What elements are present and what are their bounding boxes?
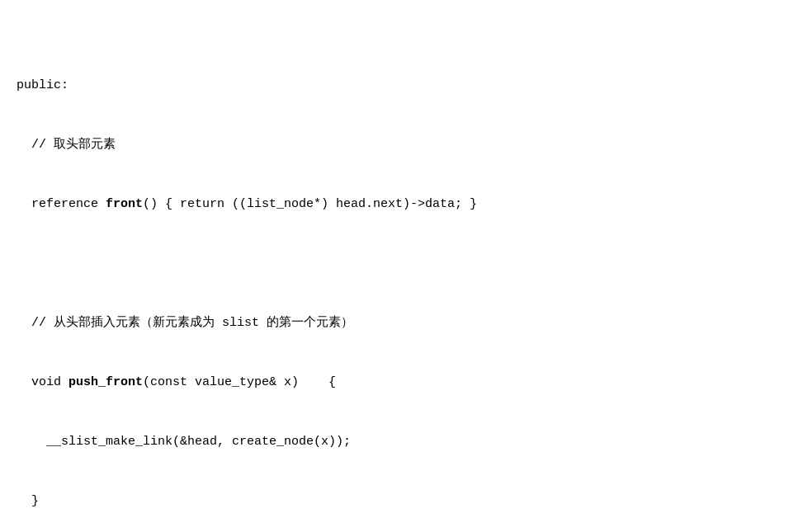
code-display: public: // 取头部元素 reference front() { ret… <box>17 16 791 532</box>
line-3: reference front() { return ((list_node*)… <box>17 195 791 214</box>
line-8: } <box>17 492 791 511</box>
line-4 <box>17 254 791 274</box>
line-1: public: <box>17 76 791 96</box>
line-5: // 从头部插入元素（新元素成为 slist 的第一个元素） <box>17 313 791 333</box>
line-6: void push_front(const value_type& x) { <box>17 373 791 393</box>
line-7: __slist_make_link(&head, create_node(x))… <box>17 432 791 452</box>
line-2: // 取头部元素 <box>17 135 791 155</box>
